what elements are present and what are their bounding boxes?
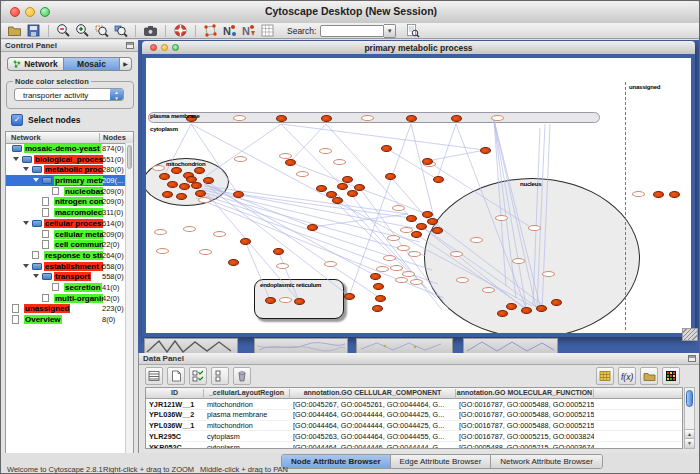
table-cell[interactable]: [GO:0016787, GO:0005488, GO:0005215, G..… [456, 421, 594, 430]
network-node[interactable] [372, 305, 383, 312]
network-node[interactable] [194, 167, 205, 174]
attribute-table-button[interactable] [596, 367, 614, 385]
tree-row[interactable]: metabolic process280(0) [6, 164, 126, 175]
table-cell[interactable]: [GO:0045267, GO:0045261, GO:0044464, G..… [290, 400, 456, 409]
tree-row[interactable]: establishment of lo558(0) [6, 261, 126, 272]
network-node[interactable] [480, 147, 491, 154]
network-node[interactable] [344, 293, 355, 300]
table-cell[interactable]: plasma membrane [204, 410, 290, 419]
network-edge[interactable] [206, 124, 281, 176]
table-cell[interactable]: [GO:0016787, GO:0005488, GO:0005215, G..… [456, 400, 594, 409]
filter-icon[interactable]: N [239, 23, 258, 38]
network-node[interactable] [179, 183, 190, 190]
network-node[interactable] [347, 190, 358, 197]
network-node[interactable] [354, 184, 365, 191]
table-cell[interactable]: YKR052C [146, 443, 204, 449]
expander-icon[interactable] [23, 221, 29, 225]
tree-scrollbar-thumb[interactable] [127, 145, 132, 169]
network-node[interactable] [265, 297, 276, 304]
zoom-in-icon[interactable] [73, 23, 92, 38]
network-node[interactable] [669, 191, 680, 198]
tree-row[interactable]: macromolecule311(0) [6, 207, 126, 218]
search-dropdown-button[interactable]: ▼ [384, 24, 396, 38]
table-row[interactable]: YKR052Ccytoplasm[GO:0044464, GO:0044446,… [146, 442, 682, 449]
table-cell[interactable]: YPL036W__2 [146, 410, 204, 419]
network-node[interactable] [422, 158, 433, 165]
column-header[interactable]: annotation.GO CELLULAR_COMPONENT [290, 389, 456, 399]
expander-icon[interactable] [23, 264, 29, 268]
network-edge[interactable] [238, 194, 411, 218]
delete-attribute-button[interactable] [233, 367, 251, 385]
background-window-fragment[interactable] [356, 338, 453, 353]
tree-row[interactable]: cellular process614(0) [6, 218, 126, 229]
tree-row[interactable]: nitrogen compo209(0) [6, 196, 126, 207]
table-cell[interactable]: [GO:0016787, GO:0005488, GO:0005215, G..… [456, 410, 594, 419]
network-node[interactable] [276, 115, 287, 122]
import-network-icon[interactable] [201, 23, 220, 38]
network-edge[interactable] [437, 124, 456, 179]
network-node[interactable] [381, 145, 392, 152]
attribute-select-button[interactable] [145, 367, 163, 385]
table-cell[interactable]: [GO:0016787, GO:0005215, GO:0003824, G..… [456, 432, 594, 441]
select-nodes-checkbox[interactable]: ✓ [11, 114, 23, 126]
tree-row[interactable]: nucleobase-209(0) [6, 186, 126, 197]
network-node[interactable] [307, 224, 318, 231]
network-node[interactable] [432, 227, 443, 234]
tree-row[interactable]: mosaic-demo-yeast874(0) [6, 143, 126, 154]
table-row[interactable]: YLR295Ccytoplasm[GO:0045263, GO:0044464,… [146, 431, 682, 442]
help-icon[interactable] [171, 23, 190, 38]
network-node[interactable] [653, 191, 664, 198]
save-session-icon[interactable] [24, 23, 43, 38]
network-node[interactable] [171, 167, 182, 174]
network-node[interactable] [406, 215, 417, 222]
table-cell[interactable]: [GO:0044464, GO:0044446, GO:0044444, G..… [290, 443, 456, 449]
tree-row[interactable]: multi-organism pro42(0) [6, 293, 126, 304]
network-canvas[interactable]: plasma membranecytoplasmmitochondrionnuc… [146, 58, 691, 333]
network-node[interactable] [497, 310, 508, 317]
network-edge[interactable] [533, 128, 540, 306]
expander-icon[interactable] [33, 178, 39, 182]
table-cell[interactable]: [GO:0044464, GO:0044444, GO:0044425, G..… [290, 421, 456, 430]
float-panel-icon[interactable] [688, 355, 696, 362]
table-scrollbar-thumb[interactable] [686, 390, 693, 407]
network-edge[interactable] [432, 221, 544, 306]
table-cell[interactable]: cytoplasm [204, 443, 290, 449]
tree-row[interactable]: cell communicat22(0) [6, 239, 126, 250]
network-edge[interactable] [204, 190, 420, 242]
advanced-search-icon[interactable] [403, 23, 422, 38]
snapshot-icon[interactable] [141, 23, 160, 38]
network-edge[interactable] [427, 161, 532, 228]
zoom-out-icon[interactable] [54, 23, 73, 38]
network-node[interactable] [186, 176, 197, 183]
tree-column-nodes[interactable]: Nodes [99, 133, 126, 142]
network-node[interactable] [385, 173, 396, 180]
background-window-fragment[interactable] [254, 338, 348, 353]
vizmapper-icon[interactable]: N [220, 23, 239, 38]
table-cell[interactable]: cytoplasm [204, 432, 290, 441]
heatmap-button[interactable] [662, 367, 680, 385]
network-node[interactable] [294, 298, 305, 305]
tree-row[interactable]: transport558(0) [6, 271, 126, 282]
network-node[interactable] [273, 248, 284, 255]
function-builder-button[interactable]: f(x) [618, 367, 636, 385]
column-header[interactable]: annotation.GO MOLECULAR_FUNCTION [456, 389, 594, 399]
table-row[interactable]: YPL036W__2plasma membrane[GO:0044464, GO… [146, 410, 682, 421]
tab-network[interactable]: Network [7, 57, 63, 71]
network-node[interactable] [416, 223, 427, 230]
expander-icon[interactable] [23, 167, 29, 171]
import-attributes-button[interactable] [640, 367, 658, 385]
table-cell[interactable]: mitochondrion [204, 400, 290, 409]
tree-row[interactable]: unassigned223(0) [6, 303, 126, 314]
tree-row[interactable]: cellular metabo209(0) [6, 229, 126, 240]
network-node[interactable] [233, 191, 244, 198]
network-node[interactable] [337, 183, 348, 190]
tab-edge-attribute-browser[interactable]: Edge Attribute Browser [391, 455, 492, 468]
expander-icon[interactable] [33, 274, 39, 278]
network-node[interactable] [406, 115, 417, 122]
open-session-icon[interactable] [5, 23, 24, 38]
table-cell[interactable]: YJR121W__1 [146, 400, 204, 409]
network-node[interactable] [342, 176, 353, 183]
network-node[interactable] [321, 115, 332, 122]
table-row[interactable]: YJR121W__1mitochondrion[GO:0045267, GO:0… [146, 399, 682, 410]
table-cell[interactable]: [GO:0045263, GO:0044464, GO:0044455, G..… [290, 432, 456, 441]
